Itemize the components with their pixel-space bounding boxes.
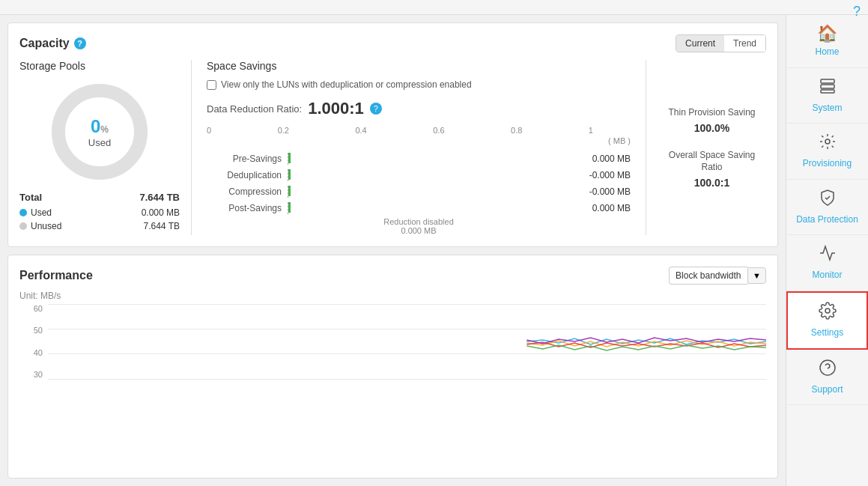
data-protection-icon [819,189,837,211]
pre-savings-bar [288,153,586,165]
overall-saving-value: 100.0:1 [658,177,766,189]
current-button[interactable]: Current [676,35,724,52]
performance-section: Performance Block bandwidth IOPS Latency… [7,255,778,479]
storage-pools-title: Storage Pools [19,60,180,72]
sidebar-item-settings[interactable]: Settings [786,291,868,350]
total-label: Total [19,192,42,203]
bar-unit: ( MB ) [207,136,631,145]
capacity-body: Storage Pools 0% Used [19,60,766,235]
total-stat-row: Total 7.644 TB [19,192,180,203]
chart-area [48,304,766,379]
pre-savings-label: Pre-Savings [207,154,282,164]
y-label-60: 60 [34,304,43,313]
svg-point-6 [825,309,830,313]
pre-savings-row: Pre-Savings 0.000 MB [207,153,631,165]
compression-label: Compression [207,186,282,197]
sidebar-label-support: Support [811,384,843,396]
help-icon[interactable]: ? [853,4,861,19]
chart-y-labels: 60 50 40 30 [19,304,46,379]
support-icon [819,359,837,381]
capacity-header: Capacity ? Current Trend [19,34,766,52]
compression-value: -0.000 MB [589,186,631,197]
sidebar-item-home[interactable]: 🏠 Home [786,15,868,68]
sidebar-item-monitor[interactable]: Monitor [786,235,868,291]
capacity-label: Capacity [19,37,70,50]
donut-value: 0 [91,116,100,136]
reduction-help-icon[interactable]: ? [370,103,382,115]
thin-provision-label: Thin Provision Saving [658,106,766,119]
donut-label: Used [88,137,111,148]
used-stat-row: Used 0.000 MB [19,207,180,218]
chart-container: 60 50 40 30 [19,304,766,379]
unused-value: 7.644 TB [144,221,180,231]
trend-button[interactable]: Trend [724,35,765,52]
svg-point-7 [820,360,835,375]
reduction-disabled: Reduction disabled 0.000 MB [207,217,631,235]
sidebar-label-home: Home [815,46,839,58]
thin-provision-value: 100.0% [658,122,766,134]
reduction-ratio-row: Data Reduction Ratio: 1.000:1 ? [207,99,631,118]
used-value: 0.000 MB [142,207,180,218]
sidebar-label-settings: Settings [811,327,843,339]
perf-dropdown-button[interactable]: ▼ [747,267,766,284]
donut-center: 0% Used [88,116,111,148]
thin-provision-info: Thin Provision Saving 100.0% [658,106,766,134]
svg-rect-4 [821,90,834,93]
perf-select[interactable]: Block bandwidth IOPS Latency [669,267,747,285]
capacity-help-icon[interactable]: ? [74,37,86,49]
capacity-title: Capacity ? [19,37,86,50]
post-savings-bar [288,202,586,214]
sidebar: 🏠 Home System [786,15,868,486]
deduplication-row: Deduplication -0.000 MB [207,169,631,181]
lun-filter-label: View only the LUNs with deduplication or… [221,79,472,90]
pre-savings-indicator [288,153,291,163]
y-label-40: 40 [34,348,43,357]
sidebar-item-system[interactable]: System [786,68,868,124]
provisioning-icon [819,133,837,155]
space-savings-panel: Space Savings View only the LUNs with de… [192,60,646,235]
space-savings-title: Space Savings [207,60,631,72]
savings-info-panel: Thin Provision Saving 100.0% Overall Spa… [646,60,766,235]
toggle-buttons: Current Trend [676,34,766,52]
used-label: Used [19,207,52,218]
monitor-icon [819,244,837,267]
system-icon [819,77,837,100]
unused-label: Unused [19,221,61,231]
pre-savings-value: 0.000 MB [592,154,631,164]
grid-line-2 [48,353,766,354]
grid-line-1 [48,329,766,329]
settings-icon [819,302,837,324]
sidebar-item-support[interactable]: Support [786,350,868,406]
reduction-ratio-value: 1.000:1 [308,99,364,118]
sidebar-item-provisioning[interactable]: Provisioning [786,124,868,180]
perf-dropdown: Block bandwidth IOPS Latency ▼ [669,267,766,285]
savings-rows: Pre-Savings 0.000 MB Deduplication [207,153,631,214]
compression-bar [288,186,583,198]
svg-rect-2 [821,79,834,83]
deduplication-indicator [288,169,291,180]
perf-unit: Unit: MB/s [19,291,766,301]
bar-scale: 0 0.2 0.4 0.6 0.8 1 [207,126,631,135]
bar-area: 0 0.2 0.4 0.6 0.8 1 ( MB ) [207,126,631,145]
post-savings-indicator [288,202,291,213]
lun-filter-checkbox[interactable] [207,80,216,90]
sidebar-item-data-protection[interactable]: Data Protection [786,180,868,236]
storage-pools-panel: Storage Pools 0% Used [19,60,192,235]
overall-saving-info: Overall Space Saving Ratio 100.0:1 [658,149,766,189]
unused-stat-row: Unused 7.644 TB [19,221,180,231]
sidebar-label-system: System [812,103,842,115]
pool-stats: Total 7.644 TB Used 0.000 MB [19,192,180,231]
sidebar-label-data-protection: Data Protection [796,214,858,226]
sidebar-label-provisioning: Provisioning [803,158,852,170]
sidebar-label-monitor: Monitor [812,270,842,282]
y-label-30: 30 [34,370,43,379]
post-savings-value: 0.000 MB [592,203,631,213]
performance-header: Performance Block bandwidth IOPS Latency… [19,267,766,285]
donut-percent: % [100,124,109,135]
reduction-ratio-label: Data Reduction Ratio: [207,103,302,115]
svg-point-5 [825,139,830,144]
post-savings-label: Post-Savings [207,203,282,213]
used-dot [19,209,27,216]
deduplication-label: Deduplication [207,170,282,180]
unused-dot [19,222,27,230]
